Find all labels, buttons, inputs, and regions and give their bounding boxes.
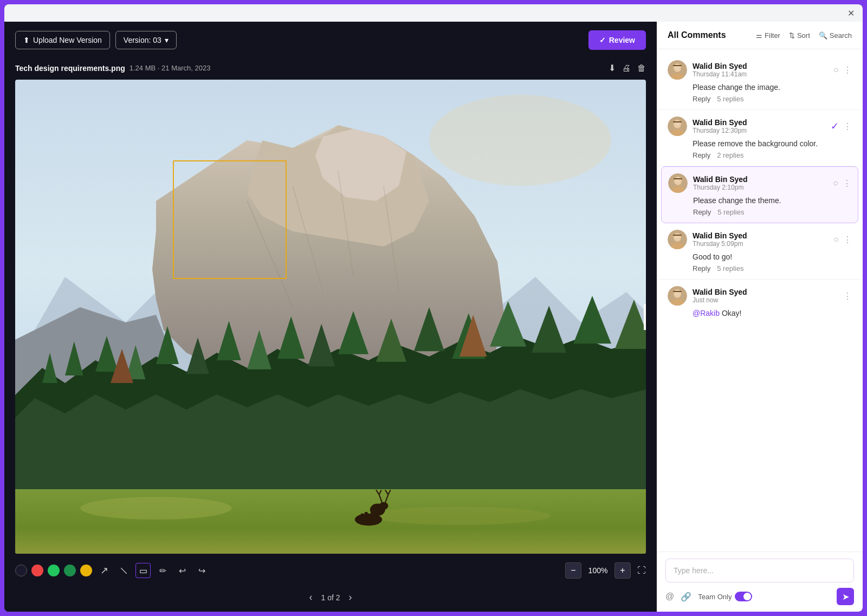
review-button[interactable]: ✓ Review	[588, 30, 646, 50]
comment-author: Walid Bin Syed	[693, 62, 747, 70]
link-icon[interactable]: 🔗	[681, 592, 691, 602]
close-button[interactable]: ✕	[845, 8, 856, 18]
resolve-icon[interactable]: ○	[833, 65, 839, 75]
replies-count: 2 replies	[717, 151, 743, 159]
svg-point-62	[675, 177, 681, 184]
image-container: ❯	[15, 80, 646, 554]
right-panel: All Comments ⚌ Filter ⇅ Sort 🔍 Search	[657, 22, 863, 612]
comment-text: Please change the image.	[693, 83, 852, 92]
more-options-icon[interactable]: ⋮	[843, 235, 852, 245]
upload-new-version-button[interactable]: ⬆ Upload New Version	[15, 31, 110, 49]
comment-header: Walid Bin Syed Thursday 11:41am ○ ⋮	[668, 60, 852, 80]
zoom-controls: − 100% + ⛶	[565, 562, 646, 579]
check-circle-icon: ✓	[599, 36, 606, 44]
undo-icon[interactable]: ↩	[174, 563, 190, 578]
comment-text: @Rakib Okay!	[693, 309, 852, 317]
reply-button[interactable]: Reply	[693, 264, 710, 273]
comment-actions: ⋮	[843, 291, 852, 301]
comment-author: Walid Bin Syed	[693, 118, 747, 127]
team-only-label: Team Only	[698, 593, 732, 601]
comment-author-area: Walid Bin Syed Thursday 12:30pm	[668, 116, 747, 136]
comment-author-area: Walid Bin Syed Thursday 2:10pm	[668, 173, 748, 193]
comment-body: Please change the image. Reply 5 replies	[668, 83, 852, 103]
input-tools: @ 🔗 Team Only	[665, 592, 752, 602]
svg-marker-32	[15, 387, 646, 504]
delete-icon[interactable]: 🗑	[637, 63, 646, 73]
comment-input-area: Type here... @ 🔗 Team Only	[657, 552, 863, 612]
comments-title: All Comments	[668, 30, 726, 40]
zoom-value: 100%	[586, 566, 610, 575]
comment-item: Walid Bin Syed Thursday 5:09pm ○ ⋮ Good …	[657, 223, 863, 280]
reply-button[interactable]: Reply	[693, 208, 711, 216]
comment-actions: ✓ ⋮	[831, 120, 852, 132]
svg-rect-37	[365, 512, 368, 523]
file-actions: ⬇ 🖨 🗑	[609, 63, 646, 73]
svg-point-52	[675, 64, 680, 70]
avatar	[668, 230, 687, 249]
comment-footer: Reply 5 replies	[693, 208, 851, 216]
comment-time: Just now	[693, 296, 747, 304]
redo-icon[interactable]: ↪	[194, 563, 209, 578]
avatar	[668, 116, 687, 136]
download-icon[interactable]: ⬇	[609, 63, 616, 73]
comment-text: Good to go!	[693, 252, 852, 261]
color-black[interactable]	[15, 565, 27, 576]
more-options-icon[interactable]: ⋮	[843, 291, 852, 301]
comment-meta: Walid Bin Syed Thursday 11:41am	[693, 62, 747, 78]
upload-icon: ⬆	[23, 36, 30, 44]
sort-button[interactable]: ⇅ Sort	[789, 31, 810, 40]
color-green-2[interactable]	[64, 565, 76, 576]
search-icon: 🔍	[819, 31, 827, 40]
rect-tool-icon[interactable]: ▭	[135, 563, 151, 578]
drawing-tools: ↗ | ▭ ✏ ↩ ↪	[15, 563, 209, 578]
color-red[interactable]	[31, 565, 43, 576]
send-button[interactable]: ➤	[837, 588, 854, 605]
title-bar: ✕	[4, 4, 863, 22]
prev-page-button[interactable]: ‹	[309, 592, 312, 603]
comment-footer: Reply 2 replies	[693, 151, 852, 159]
sidebar-toggle-button[interactable]: ❯	[644, 304, 646, 330]
svg-point-67	[675, 234, 680, 240]
comment-time: Thursday 11:41am	[693, 70, 747, 78]
pen-tool-icon[interactable]: ✏	[155, 563, 170, 578]
avatar	[668, 286, 687, 306]
comment-header: Walid Bin Syed Thursday 5:09pm ○ ⋮	[668, 230, 852, 249]
more-options-icon[interactable]: ⋮	[843, 121, 852, 132]
next-page-button[interactable]: ›	[349, 592, 352, 603]
send-icon: ➤	[842, 592, 849, 602]
line-tool-icon[interactable]: |	[113, 560, 134, 581]
resolve-icon[interactable]: ○	[833, 178, 838, 188]
toggle-thumb	[743, 593, 751, 600]
color-green[interactable]	[48, 565, 60, 576]
team-only-switch[interactable]	[735, 592, 752, 601]
color-yellow[interactable]	[80, 565, 92, 576]
at-mention-icon[interactable]: @	[665, 592, 674, 601]
version-selector-button[interactable]: Version: 03 ▾	[115, 31, 177, 49]
comment-input[interactable]: Type here...	[665, 559, 854, 582]
arrow-tool-icon[interactable]: ↗	[96, 563, 112, 578]
comment-header: Walid Bin Syed Thursday 12:30pm ✓ ⋮	[668, 116, 852, 136]
more-options-icon[interactable]: ⋮	[843, 65, 852, 75]
comment-body: Please remove the background color. Repl…	[668, 139, 852, 159]
page-navigation: ‹ 1 of 2 ›	[4, 587, 657, 612]
reply-button[interactable]: Reply	[693, 95, 710, 103]
zoom-out-button[interactable]: −	[565, 562, 581, 579]
comment-author-area: Walid Bin Syed Thursday 5:09pm	[668, 230, 747, 249]
replies-count: 5 replies	[717, 264, 743, 273]
filter-button[interactable]: ⚌ Filter	[756, 31, 780, 40]
reply-button[interactable]: Reply	[693, 151, 710, 159]
more-options-icon[interactable]: ⋮	[843, 178, 851, 189]
svg-point-72	[675, 290, 680, 296]
comment-body: Good to go! Reply 5 replies	[668, 252, 852, 273]
resolved-icon[interactable]: ✓	[831, 120, 839, 132]
search-button[interactable]: 🔍 Search	[819, 31, 852, 40]
comment-item: Walid Bin Syed Thursday 11:41am ○ ⋮ Plea…	[657, 54, 863, 110]
zoom-in-button[interactable]: +	[614, 562, 631, 579]
comment-item: Walid Bin Syed Thursday 12:30pm ✓ ⋮ Plea…	[657, 110, 863, 166]
resolve-icon[interactable]: ○	[833, 235, 839, 244]
svg-point-57	[675, 120, 680, 127]
print-icon[interactable]: 🖨	[622, 63, 631, 73]
svg-point-1	[429, 95, 611, 186]
fullscreen-button[interactable]: ⛶	[637, 566, 646, 575]
comment-meta: Walid Bin Syed Just now	[693, 288, 747, 304]
